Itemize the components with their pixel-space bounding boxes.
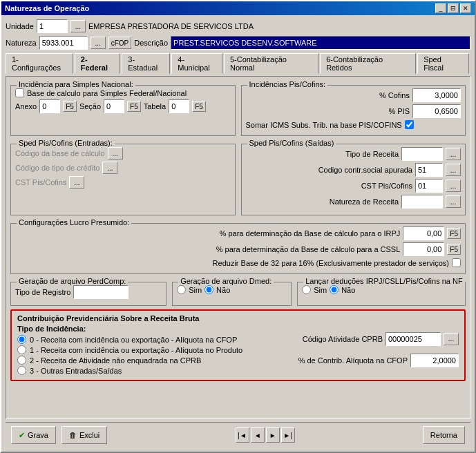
- window-body: Unidade ... EMPRESA PRESTADORA DE SERVIC…: [1, 15, 475, 452]
- natureza-receita-input[interactable]: [401, 195, 443, 209]
- contrib-label-0: 0 - Receita com incidência ou exportação…: [30, 336, 237, 344]
- grava-icon: ✔: [19, 431, 25, 440]
- perc-contrib-label: % de Contrib. Alíquota na CFOP: [298, 356, 408, 365]
- tab-configuracoes[interactable]: 1-Configurações: [6, 53, 73, 74]
- group-contribuicao: Contribuição Previdenciária Sobre a Rece…: [10, 309, 466, 381]
- cst-saida-label: CST Pis/Cofins: [361, 182, 412, 190]
- main-window: Naturezas de Operação _ ⊟ ✕ Unidade ... …: [0, 0, 476, 453]
- irpj-input[interactable]: [403, 226, 444, 240]
- natureza-receita-row: Natureza de Receita ...: [246, 195, 461, 209]
- cod-contrib-browse-button[interactable]: ...: [446, 164, 461, 176]
- anexo-f5-button[interactable]: F5: [63, 101, 77, 112]
- cst-entry-row: CST Pis/Cofins ...: [15, 176, 231, 189]
- tipo-receita-browse-button[interactable]: ...: [446, 148, 461, 160]
- retorna-button[interactable]: Retorna: [423, 426, 465, 444]
- base-calc-label: Base de calculo para Simples Federal/Nac…: [27, 89, 187, 97]
- cfop-button[interactable]: cFOP: [108, 37, 132, 49]
- close-button[interactable]: ✕: [460, 3, 471, 13]
- group-lucro-presumido: Configurações Lucro Presumido: % para de…: [10, 223, 466, 274]
- contrib-radio-2[interactable]: [17, 356, 26, 365]
- somar-checkbox[interactable]: [405, 120, 414, 129]
- cofins-input[interactable]: [412, 88, 461, 102]
- dmed-nao-radio[interactable]: [204, 285, 213, 294]
- codigo-atividade-browse-button[interactable]: ...: [444, 333, 459, 345]
- title-bar: Naturezas de Operação _ ⊟ ✕: [1, 1, 475, 15]
- exclui-button[interactable]: 🗑 Exclui: [61, 426, 107, 444]
- tipo-credito-browse-button[interactable]: ...: [102, 162, 117, 174]
- contrib-option-1: 1 - Receita com incidência ou exportação…: [17, 345, 251, 354]
- group-incidencia-simples: Incidência para Simples Nacional: Base d…: [10, 85, 236, 136]
- tipo-registro-input[interactable]: [73, 285, 128, 299]
- anexo-row: Anexo F5 Seção F5 Tabela F5: [15, 99, 231, 113]
- irpj-row: % para determinação da Base de cálculo p…: [15, 226, 461, 240]
- reduzir-label: Reduzir Base de 32 para 16% (Exclusivame…: [213, 259, 449, 267]
- restore-button[interactable]: ⊟: [448, 3, 459, 13]
- group-incidencias-pis-cofins: Incidências Pis/Cofins: % Cofins % PIS S…: [241, 85, 466, 136]
- tabs-container: 1-Configurações 2-Federal 3-Estadual 4-M…: [6, 52, 470, 73]
- tabela-input[interactable]: [169, 99, 189, 113]
- sped-entradas-title: Sped Pis/Cofins (Entradas):: [17, 139, 115, 147]
- contrib-radio-1[interactable]: [17, 345, 26, 354]
- cssl-f5-button[interactable]: F5: [447, 244, 461, 255]
- secao-f5-button[interactable]: F5: [127, 101, 141, 112]
- unidade-browse-button[interactable]: ...: [70, 20, 86, 32]
- base-calc-entry-row: Código da base de cálculo ...: [15, 147, 231, 160]
- reduzir-row: Reduzir Base de 32 para 16% (Exclusivame…: [15, 258, 461, 267]
- cst-entry-browse-button[interactable]: ...: [69, 176, 84, 189]
- codigo-atividade-input[interactable]: [385, 332, 441, 346]
- group-dmed: Geração de arquivo Dmed: Sim Não: [172, 282, 292, 306]
- contrib-radio-0[interactable]: [17, 335, 26, 344]
- codigo-atividade-label: Código Atividade CPRB: [303, 335, 383, 343]
- contrib-radio-3[interactable]: [17, 366, 26, 375]
- minimize-button[interactable]: _: [435, 3, 446, 13]
- nav-first-button[interactable]: |◄: [236, 427, 249, 443]
- cst-saida-input[interactable]: [415, 179, 443, 193]
- anexo-label: Anexo: [15, 102, 37, 110]
- perc-contrib-input[interactable]: [410, 354, 459, 367]
- title-bar-buttons: _ ⊟ ✕: [435, 3, 471, 13]
- tab-sped-fiscal[interactable]: Sped Fiscal: [417, 53, 469, 74]
- base-calc-checkbox[interactable]: [15, 88, 24, 97]
- tabela-f5-button[interactable]: F5: [192, 101, 206, 112]
- natureza-receita-label: Natureza de Receita: [330, 197, 399, 206]
- tab-contab-normal[interactable]: 5-Contabilização Normal: [224, 53, 318, 74]
- natureza-receita-browse-button[interactable]: ...: [446, 195, 461, 208]
- lancamento-sim-radio[interactable]: [302, 285, 311, 294]
- row-sped: Sped Pis/Cofins (Entradas): Código da ba…: [10, 139, 466, 215]
- irpj-f5-button[interactable]: F5: [447, 228, 461, 239]
- dmed-sim-radio[interactable]: [177, 285, 186, 294]
- unidade-input[interactable]: [37, 19, 68, 33]
- tab-municipal[interactable]: 4-Municipal: [171, 53, 222, 74]
- cod-contrib-input[interactable]: [415, 163, 443, 177]
- action-buttons: ✔ Grava 🗑 Exclui: [11, 426, 107, 444]
- cst-saida-browse-button[interactable]: ...: [446, 180, 461, 192]
- tab-content-federal: Incidência para Simples Nacional: Base d…: [6, 76, 470, 419]
- somar-label: Somar ICMS Subs. Trib. na base PIS/COFIN…: [246, 121, 402, 129]
- nav-prev-button[interactable]: ◄: [251, 427, 265, 443]
- base-calc-browse-button[interactable]: ...: [108, 147, 123, 160]
- tipo-receita-input[interactable]: [401, 147, 443, 161]
- natureza-browse-button[interactable]: ...: [91, 37, 106, 49]
- tab-estadual[interactable]: 3-Estadual: [122, 53, 170, 74]
- secao-input[interactable]: [104, 99, 124, 113]
- nav-last-button[interactable]: ►|: [281, 427, 295, 443]
- tab-contab-retidos[interactable]: 6-Contabilização Retidos: [320, 53, 416, 74]
- incidencias-pis-cofins-title: Incidências Pis/Cofins:: [247, 80, 328, 88]
- contrib-label-2: 2 - Receita de Atividade não enquadrada …: [30, 356, 201, 365]
- tab-federal[interactable]: 2-Federal: [75, 53, 120, 74]
- anexo-input[interactable]: [39, 99, 60, 113]
- grava-button[interactable]: ✔ Grava: [11, 426, 56, 444]
- secao-label: Seção: [79, 102, 101, 110]
- perdcomp-title: Geração de arquivo PerdComp:: [17, 277, 128, 285]
- lancamento-nao-radio[interactable]: [330, 285, 339, 294]
- pis-input[interactable]: [412, 104, 461, 118]
- descricao-input[interactable]: [171, 36, 470, 50]
- nav-next-button[interactable]: ►: [266, 427, 280, 443]
- reduzir-checkbox[interactable]: [452, 258, 461, 267]
- cssl-input[interactable]: [403, 242, 444, 256]
- perc-contrib-row: % de Contrib. Alíquota na CFOP: [265, 354, 459, 367]
- natureza-input[interactable]: [39, 36, 88, 50]
- somar-row: Somar ICMS Subs. Trib. na base PIS/COFIN…: [246, 120, 461, 129]
- pis-label: % PIS: [388, 107, 410, 115]
- tipo-receita-label: Tipo de Receita: [345, 150, 399, 158]
